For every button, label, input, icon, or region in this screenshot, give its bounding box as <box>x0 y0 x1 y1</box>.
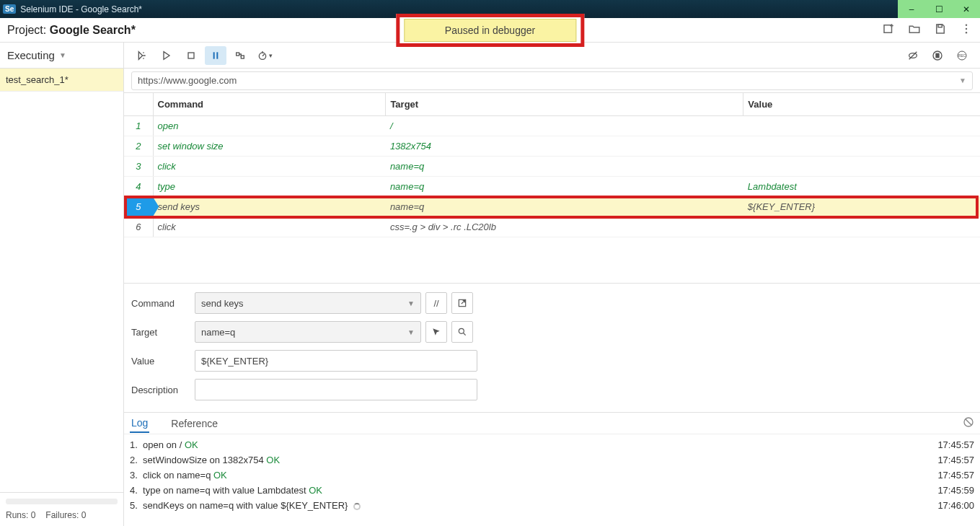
log-time: 17:45:57 <box>937 470 974 481</box>
app-badge: Se <box>3 4 16 14</box>
top-bar: Project: Google Search* Paused in debugg… <box>0 18 980 43</box>
row-target: name=q <box>386 157 743 177</box>
save-project-icon[interactable] <box>934 22 947 38</box>
svg-point-10 <box>259 53 265 59</box>
row-number: 4 <box>124 177 153 197</box>
svg-point-3 <box>966 28 967 30</box>
find-target-button[interactable] <box>451 321 473 343</box>
editor-command-value: send keys <box>201 298 244 309</box>
maximize-button[interactable]: ☐ <box>925 0 953 18</box>
chevron-down-icon: ▼ <box>59 51 66 59</box>
project-name: Google Search* <box>50 24 136 36</box>
test-item[interactable]: test_search_1* <box>0 69 123 92</box>
row-command: click <box>153 157 386 177</box>
row-number: 5 <box>124 197 153 217</box>
col-command: Command <box>153 93 386 116</box>
sidebar-footer: Runs: 0 Failures: 0 <box>0 492 123 526</box>
disable-breakpoints-button[interactable] <box>902 46 924 65</box>
log-line: 5. sendKeys on name=q with value ${KEY_E… <box>130 498 974 513</box>
svg-rect-7 <box>216 52 218 58</box>
step-over-button[interactable] <box>229 46 251 65</box>
command-row[interactable]: 1open/ <box>124 116 980 136</box>
row-value <box>743 136 980 157</box>
editor-description-input[interactable] <box>195 379 477 400</box>
svg-text:REC: REC <box>958 54 966 58</box>
log-line: 3. click on name=q OK17:45:57 <box>130 468 974 483</box>
editor-target-label: Target <box>131 327 195 338</box>
svg-rect-14 <box>938 53 939 57</box>
log-time: 17:46:00 <box>937 500 974 511</box>
row-command: send keys <box>153 197 386 217</box>
col-value: Value <box>743 93 980 116</box>
record-button[interactable]: REC <box>951 46 973 65</box>
svg-rect-13 <box>936 53 937 57</box>
row-number: 6 <box>124 217 153 237</box>
base-url-value: https://www.google.com <box>138 75 237 86</box>
svg-point-18 <box>459 328 464 333</box>
open-new-window-button[interactable] <box>451 292 473 314</box>
row-target: name=q <box>386 197 743 217</box>
editor-value-text: ${KEY_ENTER} <box>201 356 268 367</box>
row-number: 1 <box>124 116 153 136</box>
row-target: name=q <box>386 177 743 197</box>
col-target: Target <box>386 93 743 116</box>
base-url-input[interactable]: https://www.google.com ▼ <box>131 71 973 90</box>
row-target: / <box>386 116 743 136</box>
run-all-button[interactable] <box>131 46 153 65</box>
open-project-icon[interactable] <box>908 22 921 38</box>
row-target: css=.g > div > .rc .LC20lb <box>386 217 743 237</box>
editor-target-value: name=q <box>201 327 235 338</box>
close-button[interactable]: ✕ <box>953 0 980 18</box>
editor-value-label: Value <box>131 356 195 367</box>
project-prefix: Project: <box>7 24 46 36</box>
pause-exceptions-button[interactable] <box>927 46 948 65</box>
run-button[interactable] <box>156 46 177 65</box>
chevron-down-icon: ▼ <box>407 299 415 307</box>
more-menu-icon[interactable] <box>960 22 973 38</box>
window-buttons: – ☐ ✕ <box>898 0 980 18</box>
log-time: 17:45:57 <box>937 439 974 450</box>
row-command: open <box>153 116 386 136</box>
svg-point-2 <box>966 25 967 26</box>
tab-reference[interactable]: Reference <box>169 415 219 432</box>
row-value <box>743 217 980 237</box>
log-line: 2. setWindowSize on 1382x754 OK17:45:57 <box>130 452 974 468</box>
sidebar-header[interactable]: Executing ▼ <box>0 43 123 69</box>
log-time: 17:45:57 <box>937 455 974 465</box>
svg-rect-6 <box>213 52 215 58</box>
command-row[interactable]: 6clickcss=.g > div > .rc .LC20lb <box>124 217 980 237</box>
svg-rect-8 <box>237 53 239 56</box>
sidebar-header-label: Executing <box>7 49 55 61</box>
minimize-button[interactable]: – <box>898 0 925 18</box>
row-value <box>743 157 980 177</box>
command-row[interactable]: 4typename=qLambdatest <box>124 177 980 197</box>
command-row[interactable]: 3clickname=q <box>124 157 980 177</box>
stop-button[interactable] <box>180 46 202 65</box>
log-line: 4. type on name=q with value Lambdatest … <box>130 483 974 498</box>
command-row[interactable]: 5send keysname=q${KEY_ENTER} <box>124 197 980 217</box>
editor-target-input[interactable]: name=q ▼ <box>195 321 421 343</box>
log-line: 1. open on / OK17:45:57 <box>130 437 974 452</box>
command-editor: Command send keys ▼ // Target name=q ▼ <box>124 283 980 412</box>
pause-button[interactable] <box>205 46 226 65</box>
row-value: Lambdatest <box>743 177 980 197</box>
editor-value-input[interactable]: ${KEY_ENTER} <box>195 350 477 372</box>
clear-log-icon[interactable] <box>963 416 974 430</box>
command-row[interactable]: 2set window size1382x754 <box>124 136 980 157</box>
log-panel: Log Reference 1. open on / OK17:45:572. … <box>124 412 980 526</box>
row-command: type <box>153 177 386 197</box>
toggle-comment-button[interactable]: // <box>425 292 447 314</box>
chevron-down-icon: ▼ <box>407 328 415 336</box>
tab-log[interactable]: Log <box>130 414 149 433</box>
new-project-icon[interactable] <box>882 22 895 38</box>
debug-banner: Paused in debugger <box>404 19 576 42</box>
row-number: 2 <box>124 136 153 157</box>
failures-count: Failures: 0 <box>45 510 86 520</box>
debug-banner-highlight: Paused in debugger <box>396 14 584 47</box>
speed-button[interactable]: ▾ <box>254 46 275 65</box>
select-target-button[interactable] <box>425 321 447 343</box>
row-value: ${KEY_ENTER} <box>743 197 980 217</box>
editor-command-input[interactable]: send keys ▼ <box>195 292 421 314</box>
row-value <box>743 116 980 136</box>
chevron-down-icon: ▼ <box>959 76 966 84</box>
